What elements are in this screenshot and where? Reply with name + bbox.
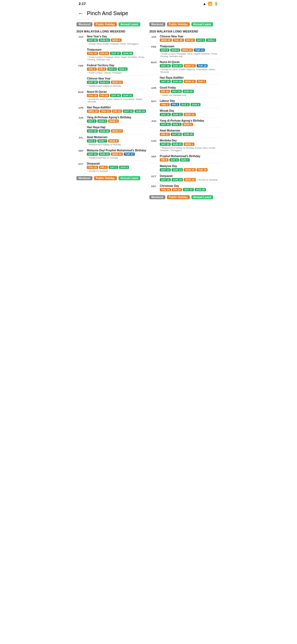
holidays-list-2025: JANChinese New YearWED 29THU 30FRI 31SAT… — [149, 34, 221, 193]
date-badge: THU 1 — [160, 103, 170, 106]
holiday-name: Chinese New Year — [160, 35, 220, 38]
date-badge: FRI 18 — [160, 90, 170, 93]
list-item: AUGMerdeka DaySAT 30SUN 31MON 1* Replace… — [149, 138, 221, 153]
date-badge: TUE 1 — [197, 80, 207, 83]
date-badge: SUN 4 — [191, 103, 201, 106]
month-label — [77, 48, 85, 49]
date-badge: SUN 14 — [134, 110, 146, 113]
date-badge: SAT 30 — [87, 39, 98, 42]
date-badge: SAT 28 — [171, 133, 182, 136]
time: 2:17 — [79, 2, 86, 6]
month-label — [150, 76, 158, 77]
month-label — [77, 77, 85, 78]
date-badge: MON 15 — [184, 168, 196, 171]
back-button[interactable]: ← — [78, 10, 84, 17]
holiday-name: Thaipusam — [87, 48, 147, 51]
month-label: SEP — [77, 149, 85, 152]
date-badge: MON 12 — [184, 113, 196, 116]
list-item: APRHari Raya AidilfitriWED 10THU 11FRI 1… — [76, 105, 148, 114]
list-item: ThaipusamTHU 25FRI 26SAT 27SUN 28* Kuala… — [76, 47, 148, 62]
holiday-name: Yang di-Pertuan Agong's Birthday — [87, 116, 147, 119]
holiday-name: Malaysia Day — [160, 165, 220, 168]
date-badge: SUN 2 — [97, 119, 108, 123]
holiday-name: Hari Raya Aidilfitri — [160, 76, 220, 79]
date-badge: SUN 7 — [180, 158, 190, 162]
date-badge: MON 1 — [184, 143, 194, 146]
status-bar: 2:17 ▲ 📶 🔋 — [74, 0, 223, 7]
month-label: OCT — [77, 162, 85, 165]
month-label: MAR — [150, 61, 158, 64]
holiday-name: Hari Raya Aidilfitri — [87, 106, 147, 109]
date-badge: SAT 13 — [123, 110, 134, 113]
date-badge: SUN 20 — [183, 90, 194, 93]
date-badge: SAT 3 — [180, 103, 190, 106]
holiday-name: Prophet Muhammad's Birthday — [160, 155, 220, 158]
month-label: JAN — [150, 35, 158, 38]
date-badge: SAT 10 — [160, 113, 171, 116]
month-label: OCT — [150, 174, 158, 178]
holidays-list-2024: JANNew Year's DaySAT 30SUN 31MON 1* Exce… — [76, 34, 148, 174]
date-badge: WED 10 — [87, 110, 99, 113]
date-badge: FRI 27 — [160, 133, 170, 136]
holiday-note: * Except Johor, Kedah, Kelantan, Perlis,… — [87, 43, 139, 45]
legend-2024: Weekend Public Holiday Annual Leave — [76, 22, 148, 26]
date-badge: SUN 31 — [172, 143, 183, 146]
date-badge: SUN 2 — [206, 39, 216, 42]
date-badge: FRI 2 — [98, 67, 106, 71]
date-badge: SAT 18 — [160, 178, 171, 181]
date-badge: SAT 13 — [160, 168, 171, 171]
list-item: JULAwal MuharramSAT 6SUN 7MON 8* Replace… — [76, 134, 148, 148]
list-item: Chinese New YearSAT 10SUN 11MON 12* Repl… — [76, 76, 148, 89]
date-badge: SAT 15 — [160, 64, 171, 67]
date-badge: SUN 19 — [172, 178, 183, 181]
legend-weekend-2025-b: Weekend — [149, 195, 165, 199]
date-badge: SAT 27 — [183, 188, 194, 191]
month-label: SEP — [150, 155, 158, 158]
date-badge: THU 25 — [160, 188, 171, 191]
date-badge: FRI 26 — [172, 188, 182, 191]
holiday-note: * Sabah and Sarawak only — [160, 94, 186, 96]
legend-annual-2024: Annual Leave — [119, 22, 140, 26]
date-badge: SAT 27 — [110, 52, 121, 55]
list-item: Awal MuharramFRI 27SAT 28SUN 29 — [149, 128, 221, 138]
date-badge: SUN 28 — [122, 52, 133, 55]
list-item: JUNYang di-Pertuan Agong's BirthdaySAT 3… — [149, 118, 221, 128]
date-badge: THU 30 — [173, 39, 184, 42]
list-item: JUNYang di-Pertuan Agong's BirthdaySAT 1… — [76, 114, 148, 124]
date-badge: FRI 12 — [112, 110, 122, 113]
list-item: Hari Raya HajiSAT 15SUN 16MON 17 — [76, 124, 148, 134]
date-badge: SUN 4 — [118, 67, 128, 71]
list-item: SEPProphet Muhammad's BirthdayFRI 5SAT 6… — [149, 153, 221, 163]
list-item: MARNuzul Al-QuranSAT 15SUN 16MON 17TUE 1… — [149, 59, 221, 75]
date-badge: THU 31 — [87, 166, 98, 169]
holiday-name: Nuzul Al-Quran — [87, 90, 147, 93]
legend-public-2024: Public Holiday — [94, 22, 117, 26]
col-2024: Weekend Public Holiday Annual Leave 2024… — [76, 22, 148, 201]
date-badge: MON 20 — [184, 178, 196, 181]
section-title-2025: 2025 MALAYSIA LONG WEEKEND — [149, 29, 221, 34]
holiday-name: Yang di-Pertuan Agong's Birthday — [160, 119, 220, 122]
holiday-name: Awal Muharram — [160, 129, 220, 132]
holiday-note: * Kuala Lumpur, Putrajaya, Johor, Negeri… — [87, 56, 147, 61]
date-badge: MON 17 — [111, 129, 123, 133]
date-badge: TUE 17 — [124, 152, 135, 156]
month-label: MAR — [77, 90, 85, 94]
date-badge: THU 25 — [87, 52, 98, 55]
date-badge: SUN 30 — [172, 80, 183, 83]
date-badge: SAT 31 — [160, 123, 171, 126]
month-label: APR — [150, 86, 158, 89]
month-label: JUN — [77, 116, 85, 119]
month-label — [150, 165, 158, 165]
date-badge: FRI 1 — [99, 166, 108, 169]
date-badge: THU 11 — [100, 110, 111, 113]
date-badge: SAT 2 — [109, 166, 118, 169]
month-label: APR — [77, 106, 85, 109]
date-badge: WED 29 — [160, 39, 172, 42]
date-badge: SUN 14 — [172, 168, 183, 171]
battery-icon: 🔋 — [214, 2, 218, 6]
col-2025: Weekend Public Holiday Annual Leave 2025… — [149, 22, 221, 201]
date-badge: SUN 9 — [170, 48, 180, 52]
wifi-icon: ▲ — [203, 2, 206, 6]
date-badge: FRI 31 — [185, 39, 195, 42]
month-label — [150, 109, 158, 110]
